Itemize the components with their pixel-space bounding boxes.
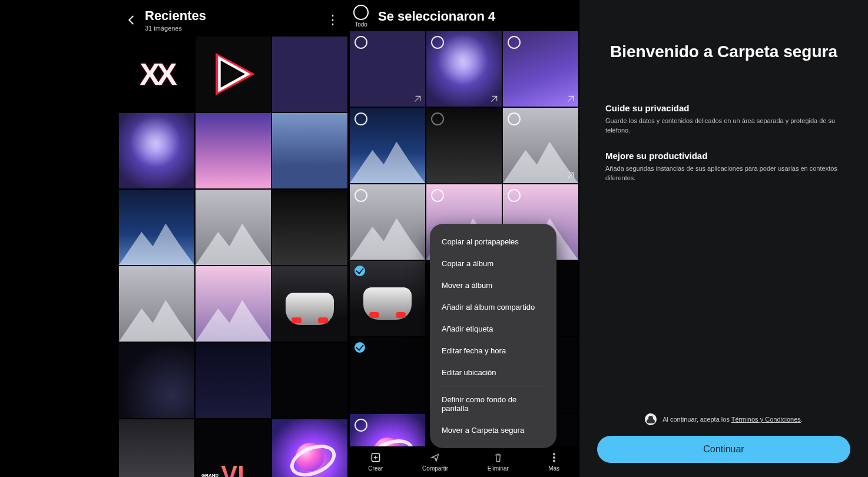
share-button[interactable]: Compartir (422, 452, 448, 472)
privacy-title: Cuide su privacidad (605, 103, 842, 113)
thumbnail[interactable] (119, 190, 194, 265)
album-title: Recientes (145, 8, 206, 24)
menu-move-album[interactable]: Mover a álbum (430, 274, 556, 296)
thumbnail[interactable] (350, 261, 425, 336)
thumbnail[interactable] (426, 108, 502, 183)
create-label: Crear (368, 465, 383, 472)
thumbnail[interactable] (119, 113, 194, 188)
thumbnail[interactable] (350, 31, 425, 107)
delete-label: Eliminar (488, 465, 509, 472)
gallery-header: Recientes 31 imágenes ⋮ (118, 0, 349, 37)
thumbnail[interactable] (272, 37, 347, 112)
welcome-heading: Bienvenido a Carpeta segura (605, 41, 842, 62)
secure-folder-welcome: Bienvenido a Carpeta segura Cuide su pri… (579, 0, 868, 477)
circle-icon (353, 5, 369, 20)
delete-button[interactable]: Eliminar (488, 452, 509, 472)
thumbnail[interactable]: grandtheftautoVI (196, 419, 271, 477)
productivity-title: Mejore su productividad (605, 151, 842, 161)
thumbnail[interactable] (272, 113, 347, 188)
menu-add-shared[interactable]: Añadir al álbum compartido (430, 296, 556, 318)
thumbnail[interactable] (119, 266, 194, 342)
share-label: Compartir (422, 465, 448, 472)
thumbnail[interactable]: XX (119, 37, 194, 112)
thumbnail[interactable] (196, 266, 271, 342)
menu-move-secure[interactable]: Mover a Carpeta segura (430, 419, 556, 441)
more-icon[interactable]: ⋮ (326, 12, 339, 28)
terms-suffix: . (801, 416, 803, 423)
context-menu: Copiar al portapapeles Copiar a álbum Mo… (430, 224, 556, 448)
thumbnail[interactable] (503, 108, 578, 183)
thumbnail[interactable] (503, 31, 578, 107)
terms-link[interactable]: Términos y Condiciones (731, 416, 801, 423)
album-subtitle: 31 imágenes (145, 25, 206, 32)
thumbnail[interactable] (272, 266, 347, 342)
menu-separator (438, 386, 548, 386)
thumbnail[interactable] (350, 108, 425, 183)
menu-set-wallpaper[interactable]: Definir como fondo de pantalla (430, 389, 556, 419)
menu-edit-datetime[interactable]: Editar fecha y hora (430, 340, 556, 362)
thumbnail[interactable] (119, 343, 194, 418)
create-button[interactable]: Crear (368, 452, 383, 472)
gallery-screen: Recientes 31 imágenes ⋮ XX (118, 0, 349, 477)
menu-copy-album[interactable]: Copiar a álbum (430, 253, 556, 274)
more-label: Más (548, 465, 559, 472)
thumbnail[interactable] (196, 113, 271, 188)
continue-button[interactable]: Continuar (597, 436, 850, 463)
menu-add-tag[interactable]: Añadir etiqueta (430, 318, 556, 340)
gallery-grid: XX grandtheftautoVI (118, 37, 349, 477)
thumbnail[interactable] (196, 190, 271, 265)
svg-point-3 (553, 461, 555, 462)
select-all-label: Todo (355, 21, 367, 28)
bottom-toolbar: Crear Compartir Eliminar Más (349, 446, 579, 477)
thumbnail[interactable] (350, 184, 425, 260)
thumbnail[interactable] (350, 337, 425, 413)
thumbnail[interactable] (196, 343, 271, 418)
svg-point-1 (553, 453, 555, 455)
svg-point-2 (553, 457, 555, 459)
continue-label: Continuar (703, 444, 744, 455)
select-all-button[interactable]: Todo (353, 5, 369, 28)
menu-edit-location[interactable]: Editar ubicación (430, 362, 556, 383)
selection-header: Todo Se seleccionaron 4 (349, 0, 579, 31)
thumbnail[interactable] (119, 419, 194, 477)
thumbnail[interactable] (196, 37, 271, 112)
menu-copy-clipboard[interactable]: Copiar al portapapeles (430, 231, 556, 253)
thumbnail[interactable] (426, 31, 502, 107)
thumbnail[interactable] (272, 419, 347, 477)
thumbnail[interactable] (272, 343, 347, 418)
back-icon[interactable] (125, 14, 138, 26)
person-icon (645, 413, 657, 425)
thumbnail[interactable] (272, 190, 347, 265)
more-button[interactable]: Más (548, 452, 560, 472)
privacy-body: Guarde los datos y contenidos delicados … (605, 117, 842, 135)
selection-title: Se seleccionaron 4 (378, 9, 495, 24)
productivity-body: Añada segundas instancias de sus aplicac… (605, 164, 842, 183)
terms-prefix: Al continuar, acepta los (662, 416, 731, 423)
terms-row: Al continuar, acepta los Términos y Cond… (579, 413, 868, 425)
